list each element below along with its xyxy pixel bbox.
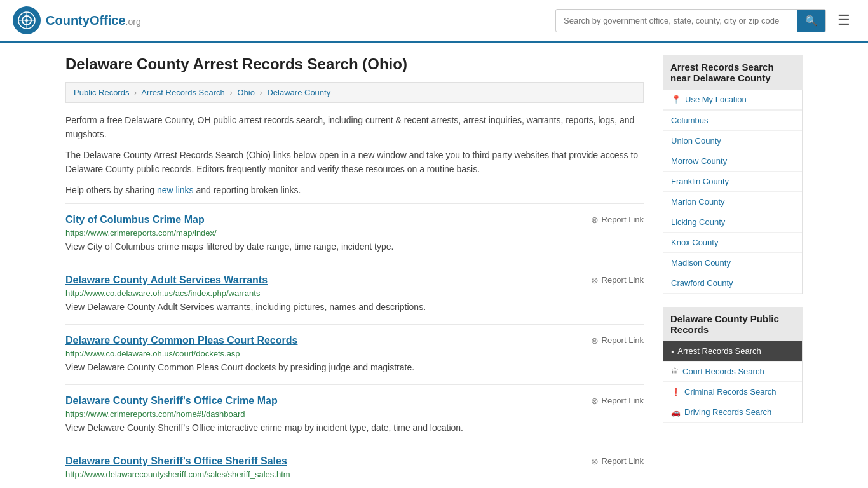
sidebar-driving-records[interactable]: 🚗 Driving Records Search — [663, 402, 802, 423]
nearby-morrow-county[interactable]: Morrow County — [663, 151, 802, 172]
header-right: 🔍 ☰ — [555, 9, 855, 32]
nearby-franklin-county[interactable]: Franklin County — [663, 172, 802, 192]
main-container: Delaware County Arrest Records Search (O… — [53, 43, 815, 488]
logo-icon — [13, 6, 41, 34]
sidebar-nearby-heading: Arrest Records Search near Delaware Coun… — [663, 55, 803, 90]
criminal-records-icon: ❗ — [671, 388, 681, 396]
report-label-0: Report Link — [602, 215, 644, 224]
breadcrumb-public-records[interactable]: Public Records — [74, 88, 129, 97]
use-location-label: Use My Location — [685, 95, 747, 104]
report-label-3: Report Link — [602, 396, 644, 405]
nearby-knox-county[interactable]: Knox County — [663, 233, 802, 253]
report-icon-0: ⊗ — [591, 215, 599, 225]
criminal-records-label: Criminal Records Search — [684, 387, 776, 396]
use-location-item[interactable]: 📍 Use My Location — [663, 90, 802, 111]
description-2: The Delaware County Arrest Records Searc… — [65, 148, 644, 177]
menu-icon[interactable]: ☰ — [832, 10, 855, 31]
description-1: Perform a free Delaware County, OH publi… — [65, 113, 644, 142]
report-label-2: Report Link — [602, 336, 644, 345]
breadcrumb-ohio[interactable]: Ohio — [237, 88, 254, 97]
sidebar-nearby-section: Arrest Records Search near Delaware Coun… — [663, 55, 803, 294]
search-button[interactable]: 🔍 — [797, 10, 825, 32]
new-links[interactable]: new links — [157, 185, 194, 195]
sidebar-court-records[interactable]: 🏛 Court Records Search — [663, 362, 802, 382]
driving-records-label: Driving Records Search — [684, 407, 771, 417]
result-url-4: http://www.delawarecountysheriff.com/sal… — [65, 470, 644, 479]
logo-area: CountyOffice.org — [13, 6, 141, 34]
nearby-union-county[interactable]: Union County — [663, 131, 802, 151]
driving-records-icon: 🚗 — [671, 408, 681, 417]
arrest-records-icon: ▪ — [671, 347, 674, 356]
result-header-1: Delaware County Adult Services Warrants … — [65, 274, 644, 286]
report-icon-3: ⊗ — [591, 396, 599, 406]
court-records-icon: 🏛 — [671, 367, 679, 376]
breadcrumb: Public Records › Arrest Records Search ›… — [65, 82, 644, 103]
sidebar-public-records-section: Delaware County Public Records ▪ Arrest … — [663, 307, 803, 423]
result-title-2[interactable]: Delaware County Common Pleas Court Recor… — [65, 335, 297, 346]
result-header-4: Delaware County Sheriff's Office Sheriff… — [65, 456, 644, 467]
result-header-3: Delaware County Sheriff's Office Crime M… — [65, 395, 644, 407]
result-url-1: http://www.co.delaware.oh.us/acs/index.p… — [65, 288, 644, 298]
page-title: Delaware County Arrest Records Search (O… — [65, 55, 644, 73]
arrest-records-label: Arrest Records Search — [677, 346, 761, 356]
sidebar-criminal-records[interactable]: ❗ Criminal Records Search — [663, 382, 802, 402]
sidebar-public-records-list: ▪ Arrest Records Search 🏛 Court Records … — [663, 341, 803, 423]
nearby-columbus[interactable]: Columbus — [663, 111, 802, 131]
result-desc-0: View City of Columbus crime maps filtere… — [65, 240, 644, 254]
result-title-4[interactable]: Delaware County Sheriff's Office Sheriff… — [65, 456, 287, 467]
result-desc-1: View Delaware County Adult Services warr… — [65, 301, 644, 314]
sidebar-arrest-records[interactable]: ▪ Arrest Records Search — [663, 341, 802, 362]
report-icon-4: ⊗ — [591, 456, 599, 466]
nearby-crawford-county[interactable]: Crawford County — [663, 273, 802, 294]
result-item-2: Delaware County Common Pleas Court Recor… — [65, 324, 644, 384]
breadcrumb-arrest-records[interactable]: Arrest Records Search — [141, 88, 225, 97]
content-area: Delaware County Arrest Records Search (O… — [65, 55, 644, 488]
nearby-marion-county[interactable]: Marion County — [663, 192, 802, 212]
result-url-3: https://www.crimereports.com/home#!/dash… — [65, 409, 644, 419]
report-link-3[interactable]: ⊗ Report Link — [591, 396, 644, 406]
result-item-0: City of Columbus Crime Map ⊗ Report Link… — [65, 203, 644, 264]
sidebar: Arrest Records Search near Delaware Coun… — [663, 55, 803, 488]
report-icon-1: ⊗ — [591, 275, 599, 285]
logo-text: CountyOffice.org — [46, 13, 141, 28]
result-title-3[interactable]: Delaware County Sheriff's Office Crime M… — [65, 395, 278, 407]
court-records-label: Court Records Search — [682, 367, 764, 376]
result-item-4: Delaware County Sheriff's Office Sheriff… — [65, 445, 644, 488]
result-item-1: Delaware County Adult Services Warrants … — [65, 264, 644, 324]
search-input[interactable] — [556, 11, 797, 30]
report-link-1[interactable]: ⊗ Report Link — [591, 275, 644, 285]
header: CountyOffice.org 🔍 ☰ — [0, 0, 868, 43]
result-url-0: https://www.crimereports.com/map/index/ — [65, 228, 644, 238]
report-link-4[interactable]: ⊗ Report Link — [591, 456, 644, 466]
result-title-0[interactable]: City of Columbus Crime Map — [65, 214, 205, 226]
report-label-1: Report Link — [602, 275, 644, 285]
sidebar-public-records-heading: Delaware County Public Records — [663, 307, 803, 341]
result-title-1[interactable]: Delaware County Adult Services Warrants — [65, 274, 268, 286]
result-desc-3: View Delaware County Sheriff's Office in… — [65, 421, 644, 435]
result-header-0: City of Columbus Crime Map ⊗ Report Link — [65, 214, 644, 226]
nearby-madison-county[interactable]: Madison County — [663, 253, 802, 273]
description-3: Help others by sharing new links and rep… — [65, 183, 644, 197]
search-bar: 🔍 — [555, 9, 826, 32]
results-container: City of Columbus Crime Map ⊗ Report Link… — [65, 203, 644, 488]
result-item-3: Delaware County Sheriff's Office Crime M… — [65, 384, 644, 445]
report-label-4: Report Link — [602, 456, 644, 466]
report-link-2[interactable]: ⊗ Report Link — [591, 336, 644, 346]
result-desc-2: View Delaware County Common Pleas Court … — [65, 361, 644, 374]
nearby-licking-county[interactable]: Licking County — [663, 212, 802, 233]
result-header-2: Delaware County Common Pleas Court Recor… — [65, 335, 644, 346]
breadcrumb-delaware-county[interactable]: Delaware County — [267, 88, 330, 97]
pin-icon: 📍 — [671, 95, 681, 104]
sidebar-nearby-list: 📍 Use My Location Columbus Union County … — [663, 90, 803, 294]
result-url-2: http://www.co.delaware.oh.us/court/docke… — [65, 349, 644, 358]
report-link-0[interactable]: ⊗ Report Link — [591, 215, 644, 225]
report-icon-2: ⊗ — [591, 336, 599, 346]
